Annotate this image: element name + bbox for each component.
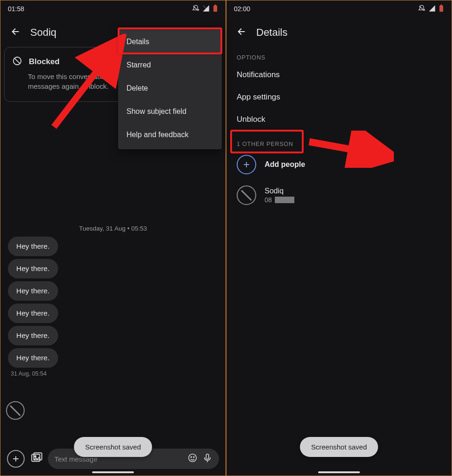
message-list: Hey there. Hey there. Hey there. Hey the… xyxy=(0,232,226,377)
person-name: Sodiq xyxy=(265,187,294,195)
option-unblock[interactable]: Unblock xyxy=(226,108,452,131)
svg-rect-0 xyxy=(213,6,217,12)
add-people-label: Add people xyxy=(265,160,305,169)
battery-icon xyxy=(213,5,218,13)
person-row[interactable]: Sodiq 08 xyxy=(226,179,452,212)
svg-point-9 xyxy=(193,456,194,457)
emoji-icon[interactable] xyxy=(187,453,198,465)
number-prefix: 08 xyxy=(265,196,272,204)
message-bubble[interactable]: Hey there. xyxy=(8,281,58,301)
svg-rect-10 xyxy=(206,454,209,459)
toast: Screenshot saved xyxy=(300,437,378,457)
message-bubble[interactable]: Hey there. xyxy=(8,259,58,278)
gallery-icon[interactable] xyxy=(30,452,42,466)
svg-point-8 xyxy=(191,456,192,457)
number-redacted xyxy=(275,197,294,203)
menu-item-help[interactable]: Help and feedback xyxy=(118,123,222,146)
message-bubble[interactable]: Hey there. xyxy=(8,304,58,323)
section-options-label: OPTIONS xyxy=(226,44,452,64)
phone-left: 01:58 Sodiq Blocked To move this convers… xyxy=(0,0,226,476)
message-bubble[interactable]: Hey there. xyxy=(8,237,58,256)
blocked-title: Blocked xyxy=(29,57,60,66)
svg-point-7 xyxy=(189,454,197,462)
back-arrow-icon[interactable] xyxy=(11,26,21,39)
menu-item-details[interactable]: Details xyxy=(118,30,222,53)
option-notifications[interactable]: Notifications xyxy=(226,64,452,86)
dnd-icon xyxy=(192,5,199,13)
dnd-icon xyxy=(418,5,425,13)
date-divider: Tuesday, 31 Aug • 05:53 xyxy=(0,225,226,232)
appbar-title: Details xyxy=(256,26,287,39)
menu-item-starred[interactable]: Starred xyxy=(118,53,222,77)
add-people-row[interactable]: + Add people xyxy=(226,150,452,179)
svg-rect-12 xyxy=(440,5,442,6)
block-icon xyxy=(12,56,22,68)
appbar-title: Sodiq xyxy=(30,26,56,39)
attach-button[interactable] xyxy=(7,450,25,468)
message-meta: 31 Aug, 05:54 xyxy=(11,370,226,377)
blocked-avatar-icon xyxy=(6,401,25,420)
battery-icon xyxy=(439,5,444,13)
option-app-settings[interactable]: App settings xyxy=(226,86,452,108)
statusbar: 02:00 xyxy=(226,0,452,17)
home-indicator[interactable] xyxy=(318,471,360,473)
appbar: Details xyxy=(226,17,452,44)
message-bubble[interactable]: Hey there. xyxy=(8,326,58,345)
svg-rect-11 xyxy=(439,6,443,12)
signal-icon xyxy=(202,5,210,13)
toast: Screenshot saved xyxy=(74,437,152,457)
message-bubble[interactable]: Hey there. xyxy=(8,348,58,368)
menu-item-showsubject[interactable]: Show subject field xyxy=(118,100,222,123)
blocked-person-icon xyxy=(237,185,256,205)
home-indicator[interactable] xyxy=(92,471,134,473)
overflow-menu: Details Starred Delete Show subject fiel… xyxy=(118,27,222,149)
mic-icon[interactable] xyxy=(202,453,213,465)
person-number: 08 xyxy=(265,196,294,204)
clock: 02:00 xyxy=(234,5,250,13)
clock: 01:58 xyxy=(8,5,24,13)
menu-item-delete[interactable]: Delete xyxy=(118,77,222,100)
signal-icon xyxy=(428,5,436,13)
back-arrow-icon[interactable] xyxy=(237,26,247,39)
status-icons xyxy=(418,5,444,13)
svg-point-6 xyxy=(34,456,36,457)
phone-right: 02:00 Details OPTIONS Notifications App … xyxy=(226,0,452,476)
status-icons xyxy=(192,5,218,13)
statusbar: 01:58 xyxy=(0,0,226,17)
svg-rect-1 xyxy=(214,5,216,6)
section-people-label: 1 OTHER PERSON xyxy=(226,131,452,150)
plus-icon: + xyxy=(237,155,256,174)
